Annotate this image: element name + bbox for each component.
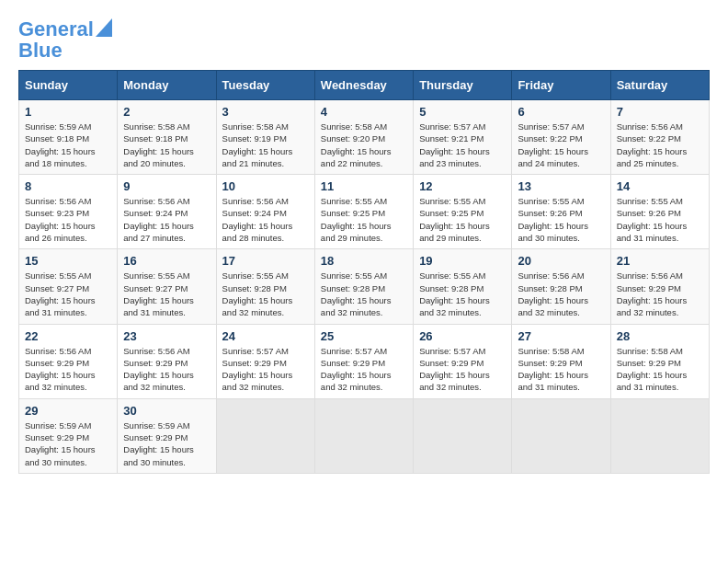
day-number: 18 bbox=[321, 254, 407, 268]
day-info: Sunrise: 5:56 AM Sunset: 9:29 PM Dayligh… bbox=[123, 345, 210, 394]
day-number: 7 bbox=[617, 105, 703, 119]
day-number: 8 bbox=[25, 179, 111, 193]
day-number: 10 bbox=[222, 179, 309, 193]
table-row: 21Sunrise: 5:56 AM Sunset: 9:29 PM Dayli… bbox=[610, 249, 709, 324]
day-info: Sunrise: 5:56 AM Sunset: 9:24 PM Dayligh… bbox=[123, 195, 210, 244]
table-row: 29Sunrise: 5:59 AM Sunset: 9:29 PM Dayli… bbox=[19, 398, 118, 473]
day-number: 11 bbox=[321, 179, 407, 193]
day-number: 14 bbox=[617, 179, 703, 193]
day-info: Sunrise: 5:57 AM Sunset: 9:22 PM Dayligh… bbox=[518, 121, 604, 169]
table-row: 4Sunrise: 5:58 AM Sunset: 9:20 PM Daylig… bbox=[314, 100, 413, 175]
col-header-friday: Friday bbox=[512, 71, 610, 100]
table-row: 1Sunrise: 5:59 AM Sunset: 9:18 PM Daylig… bbox=[19, 100, 118, 175]
header: General Blue bbox=[18, 18, 710, 61]
table-row: 11Sunrise: 5:55 AM Sunset: 9:25 PM Dayli… bbox=[314, 175, 413, 249]
day-info: Sunrise: 5:55 AM Sunset: 9:26 PM Dayligh… bbox=[518, 195, 604, 244]
table-row: 5Sunrise: 5:57 AM Sunset: 9:21 PM Daylig… bbox=[414, 100, 512, 175]
table-row bbox=[414, 398, 512, 473]
col-header-sunday: Sunday bbox=[19, 71, 118, 100]
table-row: 30Sunrise: 5:59 AM Sunset: 9:29 PM Dayli… bbox=[118, 398, 216, 473]
col-header-monday: Monday bbox=[118, 71, 216, 100]
day-number: 13 bbox=[518, 179, 604, 193]
day-number: 28 bbox=[617, 329, 703, 343]
table-row: 27Sunrise: 5:58 AM Sunset: 9:29 PM Dayli… bbox=[512, 324, 610, 398]
day-number: 26 bbox=[419, 329, 506, 343]
col-header-saturday: Saturday bbox=[610, 71, 709, 100]
table-row: 14Sunrise: 5:55 AM Sunset: 9:26 PM Dayli… bbox=[610, 175, 709, 249]
table-row: 7Sunrise: 5:56 AM Sunset: 9:22 PM Daylig… bbox=[610, 100, 709, 175]
table-row bbox=[610, 398, 709, 473]
day-info: Sunrise: 5:58 AM Sunset: 9:18 PM Dayligh… bbox=[123, 121, 210, 169]
logo-icon bbox=[96, 18, 112, 37]
day-number: 23 bbox=[123, 329, 210, 343]
logo-text: General bbox=[18, 19, 94, 40]
day-info: Sunrise: 5:57 AM Sunset: 9:29 PM Dayligh… bbox=[321, 345, 407, 394]
day-info: Sunrise: 5:59 AM Sunset: 9:18 PM Dayligh… bbox=[25, 121, 111, 169]
table-row bbox=[314, 398, 413, 473]
day-number: 24 bbox=[222, 329, 309, 343]
table-row: 25Sunrise: 5:57 AM Sunset: 9:29 PM Dayli… bbox=[314, 324, 413, 398]
day-number: 1 bbox=[25, 105, 111, 119]
day-info: Sunrise: 5:56 AM Sunset: 9:29 PM Dayligh… bbox=[25, 345, 111, 394]
day-number: 21 bbox=[617, 254, 703, 268]
table-row: 22Sunrise: 5:56 AM Sunset: 9:29 PM Dayli… bbox=[19, 324, 118, 398]
day-number: 2 bbox=[123, 105, 210, 119]
table-row: 9Sunrise: 5:56 AM Sunset: 9:24 PM Daylig… bbox=[118, 175, 216, 249]
col-header-thursday: Thursday bbox=[414, 71, 512, 100]
day-number: 27 bbox=[518, 329, 604, 343]
table-row: 3Sunrise: 5:58 AM Sunset: 9:19 PM Daylig… bbox=[216, 100, 314, 175]
day-info: Sunrise: 5:55 AM Sunset: 9:25 PM Dayligh… bbox=[321, 195, 407, 244]
day-info: Sunrise: 5:58 AM Sunset: 9:29 PM Dayligh… bbox=[617, 345, 703, 394]
day-info: Sunrise: 5:57 AM Sunset: 9:29 PM Dayligh… bbox=[419, 345, 506, 394]
table-row: 16Sunrise: 5:55 AM Sunset: 9:27 PM Dayli… bbox=[118, 249, 216, 324]
table-row: 15Sunrise: 5:55 AM Sunset: 9:27 PM Dayli… bbox=[19, 249, 118, 324]
table-row: 20Sunrise: 5:56 AM Sunset: 9:28 PM Dayli… bbox=[512, 249, 610, 324]
day-info: Sunrise: 5:55 AM Sunset: 9:27 PM Dayligh… bbox=[25, 270, 111, 318]
table-row bbox=[512, 398, 610, 473]
table-row: 17Sunrise: 5:55 AM Sunset: 9:28 PM Dayli… bbox=[216, 249, 314, 324]
col-header-wednesday: Wednesday bbox=[314, 71, 413, 100]
day-number: 15 bbox=[25, 254, 111, 268]
table-row: 18Sunrise: 5:55 AM Sunset: 9:28 PM Dayli… bbox=[314, 249, 413, 324]
day-info: Sunrise: 5:55 AM Sunset: 9:28 PM Dayligh… bbox=[321, 270, 407, 318]
day-info: Sunrise: 5:56 AM Sunset: 9:22 PM Dayligh… bbox=[617, 121, 703, 169]
day-info: Sunrise: 5:56 AM Sunset: 9:23 PM Dayligh… bbox=[25, 195, 111, 244]
day-number: 6 bbox=[518, 105, 604, 119]
day-number: 19 bbox=[419, 254, 506, 268]
day-number: 17 bbox=[222, 254, 309, 268]
day-info: Sunrise: 5:55 AM Sunset: 9:28 PM Dayligh… bbox=[222, 270, 309, 318]
day-info: Sunrise: 5:56 AM Sunset: 9:24 PM Dayligh… bbox=[222, 195, 309, 244]
table-row: 6Sunrise: 5:57 AM Sunset: 9:22 PM Daylig… bbox=[512, 100, 610, 175]
day-info: Sunrise: 5:56 AM Sunset: 9:29 PM Dayligh… bbox=[617, 270, 703, 318]
day-info: Sunrise: 5:58 AM Sunset: 9:20 PM Dayligh… bbox=[321, 121, 407, 169]
table-row bbox=[216, 398, 314, 473]
table-row: 28Sunrise: 5:58 AM Sunset: 9:29 PM Dayli… bbox=[610, 324, 709, 398]
svg-marker-0 bbox=[96, 18, 112, 37]
day-number: 12 bbox=[419, 179, 506, 193]
table-row: 10Sunrise: 5:56 AM Sunset: 9:24 PM Dayli… bbox=[216, 175, 314, 249]
table-row: 12Sunrise: 5:55 AM Sunset: 9:25 PM Dayli… bbox=[414, 175, 512, 249]
day-info: Sunrise: 5:55 AM Sunset: 9:28 PM Dayligh… bbox=[419, 270, 506, 318]
day-number: 4 bbox=[321, 105, 407, 119]
table-row: 19Sunrise: 5:55 AM Sunset: 9:28 PM Dayli… bbox=[414, 249, 512, 324]
day-number: 20 bbox=[518, 254, 604, 268]
day-info: Sunrise: 5:59 AM Sunset: 9:29 PM Dayligh… bbox=[123, 419, 210, 468]
table-row: 24Sunrise: 5:57 AM Sunset: 9:29 PM Dayli… bbox=[216, 324, 314, 398]
day-number: 29 bbox=[25, 404, 111, 418]
day-info: Sunrise: 5:55 AM Sunset: 9:25 PM Dayligh… bbox=[419, 195, 506, 244]
day-number: 5 bbox=[419, 105, 506, 119]
day-info: Sunrise: 5:55 AM Sunset: 9:26 PM Dayligh… bbox=[617, 195, 703, 244]
day-info: Sunrise: 5:58 AM Sunset: 9:29 PM Dayligh… bbox=[518, 345, 604, 394]
day-info: Sunrise: 5:58 AM Sunset: 9:19 PM Dayligh… bbox=[222, 121, 309, 169]
logo-text-blue: Blue bbox=[18, 40, 112, 61]
day-info: Sunrise: 5:57 AM Sunset: 9:21 PM Dayligh… bbox=[419, 121, 506, 169]
table-row: 8Sunrise: 5:56 AM Sunset: 9:23 PM Daylig… bbox=[19, 175, 118, 249]
table-row: 23Sunrise: 5:56 AM Sunset: 9:29 PM Dayli… bbox=[118, 324, 216, 398]
day-number: 22 bbox=[25, 329, 111, 343]
logo: General Blue bbox=[18, 18, 112, 61]
day-number: 30 bbox=[123, 404, 210, 418]
day-info: Sunrise: 5:59 AM Sunset: 9:29 PM Dayligh… bbox=[25, 419, 111, 468]
day-info: Sunrise: 5:57 AM Sunset: 9:29 PM Dayligh… bbox=[222, 345, 309, 394]
day-number: 9 bbox=[123, 179, 210, 193]
day-info: Sunrise: 5:56 AM Sunset: 9:28 PM Dayligh… bbox=[518, 270, 604, 318]
